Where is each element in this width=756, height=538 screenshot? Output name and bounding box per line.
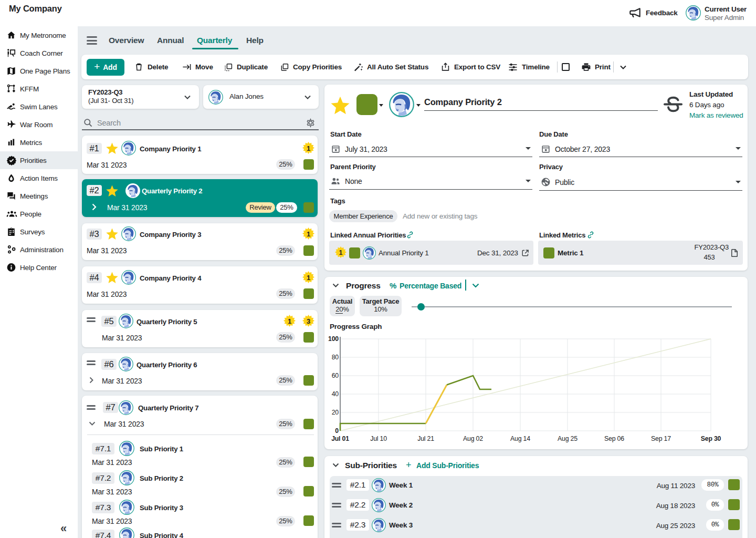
- svg-text:Jul 21: Jul 21: [417, 435, 434, 442]
- svg-text:0: 0: [335, 427, 339, 434]
- svg-text:Jul 10: Jul 10: [370, 435, 387, 442]
- svg-text:Aug 14: Aug 14: [510, 435, 530, 442]
- svg-text:100: 100: [328, 335, 339, 343]
- svg-text:Sep 06: Sep 06: [604, 435, 624, 442]
- svg-text:Sep 30: Sep 30: [701, 435, 721, 442]
- svg-text:Aug 02: Aug 02: [463, 435, 483, 442]
- svg-text:Jul 01: Jul 01: [331, 435, 349, 442]
- svg-text:40: 40: [332, 390, 339, 398]
- svg-text:60: 60: [332, 372, 339, 379]
- svg-text:Aug 25: Aug 25: [558, 435, 578, 442]
- svg-text:20: 20: [332, 409, 339, 416]
- svg-text:80: 80: [332, 354, 339, 361]
- svg-text:Sep 17: Sep 17: [651, 435, 671, 442]
